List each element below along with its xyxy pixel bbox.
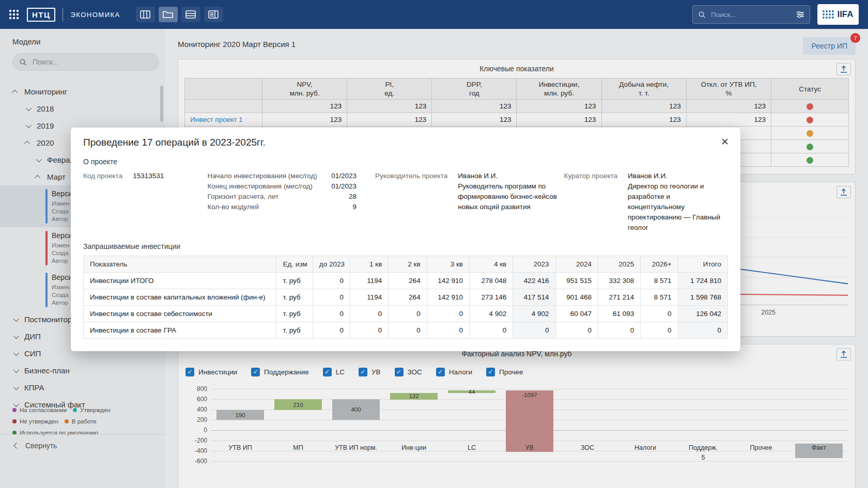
inv-value-cell: 1194 (350, 289, 389, 306)
project-param-row: Конец инвестирования (мес/год)01/2023 (207, 181, 357, 192)
iifa-logo-text: IIFA (837, 9, 853, 20)
inv-value-cell: 4 902 (469, 306, 513, 322)
ntc-logo: НТЦ (27, 8, 55, 22)
inv-value-cell: 264 (389, 289, 427, 306)
project-param-row: Кол-во модулей9 (207, 202, 357, 212)
inv-value-cell: 0 (427, 322, 469, 339)
inv-indicator-name: Инвестиции в составе ГРА (84, 322, 276, 339)
inv-unit-cell: т. руб (276, 322, 313, 339)
inv-value-cell: 8 571 (641, 289, 678, 306)
view-layout-button[interactable] (204, 7, 223, 22)
columns-icon (140, 10, 150, 19)
curator-role: Директор по геологии и разработке и конц… (628, 181, 728, 233)
inv-value-cell: 0 (555, 322, 598, 339)
close-icon[interactable]: ✕ (721, 137, 729, 147)
param-value: 28 (349, 192, 357, 202)
inv-value-cell: 278 048 (469, 273, 513, 289)
inv-value-cell: 0 (513, 322, 555, 339)
inv-value-cell: 951 515 (555, 273, 598, 289)
inv-value-cell: 142 910 (427, 273, 469, 289)
economics-label: ЭКОНОМИКА (70, 11, 120, 19)
inv-row: Инвестиции в составе ГРАт. руб0000000000 (84, 322, 728, 339)
table-rows-icon (185, 10, 196, 19)
navbar-right: IIFA (692, 4, 859, 25)
inv-value-cell: 0 (469, 322, 513, 339)
inv-value-cell: 271 214 (598, 289, 640, 306)
inv-indicator-name: Инвестиции ИТОГО (84, 273, 276, 289)
inv-value-cell: 4 902 (513, 306, 555, 322)
project-code-value: 15313531 (133, 171, 164, 181)
param-value: 9 (353, 202, 357, 212)
inv-value-cell: 142 910 (427, 289, 469, 306)
inv-value-cell: 273 146 (469, 289, 513, 306)
inv-column-header: 3 кв (427, 256, 469, 273)
top-navbar: НТЦ ЭКОНОМИКА IIFA (0, 0, 868, 29)
inv-column-header: 4 кв (469, 256, 513, 273)
inv-column-header: 1 кв (350, 256, 389, 273)
param-label: Конец инвестирования (мес/год) (207, 181, 312, 192)
inv-value-cell: 422 416 (513, 273, 555, 289)
global-search (692, 5, 810, 24)
inv-indicator-name: Инвестиции в составе себестоимости (84, 306, 276, 322)
brand-divider (63, 8, 63, 21)
project-curator: Куратор проекта Иванов И.И. Директор по … (564, 171, 728, 233)
inv-value-cell: 0 (427, 306, 469, 322)
param-value: 01/2023 (331, 171, 357, 181)
inv-row: Инвестиции в составе капитальных вложени… (84, 289, 728, 306)
project-params: Начало инвестирования (мес/год)01/2023Ко… (207, 171, 357, 233)
inv-value-cell: 0 (350, 322, 389, 339)
filter-sliders-icon[interactable] (796, 10, 804, 19)
inv-value-cell: 60 047 (555, 306, 598, 322)
about-grid: Код проекта 15313531 Начало инвестирован… (83, 171, 728, 233)
inv-value-cell: 901 468 (555, 289, 598, 306)
inv-value-cell: 417 514 (513, 289, 555, 306)
view-table-button[interactable] (181, 7, 200, 22)
inv-value-cell: 1194 (350, 273, 389, 289)
manager-role: Руководитель программ по формированию би… (458, 181, 564, 212)
project-code: Код проекта 15313531 (83, 171, 207, 233)
inv-column-header: 2 кв (389, 256, 427, 273)
inv-value-cell: 126 042 (678, 306, 727, 322)
investments-section-title: Запрашиваемые инвестиции (83, 242, 728, 250)
inv-unit-cell: т. руб (276, 273, 313, 289)
folder-icon (163, 10, 173, 19)
inv-value-cell: 0 (313, 273, 350, 289)
inv-value-cell: 1 598 768 (678, 289, 727, 306)
project-param-row: Горизонт расчета, лет28 (207, 192, 357, 202)
app-root: НТЦ ЭКОНОМИКА IIFA (0, 0, 868, 488)
modal-title: Проведение 17 операций в 2023-2025гг. (83, 137, 728, 148)
inv-value-cell: 0 (313, 289, 350, 306)
project-manager: Руководитель проекта Иванов И.И. Руковод… (375, 171, 564, 233)
sidebar-layout-icon (208, 10, 219, 19)
inv-value-cell: 264 (389, 273, 427, 289)
inv-value-cell: 1 724 810 (678, 273, 727, 289)
inv-value-cell: 0 (641, 306, 678, 322)
view-folder-button[interactable] (159, 7, 178, 22)
inv-indicator-name: Инвестиции в составе капитальных вложени… (84, 289, 276, 306)
inv-column-header: 2024 (555, 256, 598, 273)
inv-value-cell: 0 (678, 322, 727, 339)
apps-grid-icon[interactable] (9, 10, 19, 19)
inv-value-cell: 0 (641, 322, 678, 339)
inv-value-cell: 332 308 (598, 273, 640, 289)
inv-value-cell: 61 093 (598, 306, 640, 322)
inv-unit-cell: т. руб (276, 306, 313, 322)
investments-table: ПоказательЕд. измдо 20231 кв2 кв3 кв4 кв… (83, 256, 728, 339)
inv-unit-cell: т. руб (276, 289, 313, 306)
project-modal: Проведение 17 операций в 2023-2025гг. ✕ … (71, 128, 740, 351)
inv-value-cell: 0 (389, 322, 427, 339)
search-icon (698, 11, 706, 19)
global-search-input[interactable] (710, 10, 792, 19)
inv-column-header: до 2023 (313, 256, 350, 273)
param-label: Кол-во модулей (207, 202, 258, 212)
inv-row: Инвестиции ИТОГОт. руб01194264142 910278… (84, 273, 728, 289)
param-value: 01/2023 (331, 181, 357, 192)
view-columns-button[interactable] (136, 7, 155, 22)
inv-column-header: Ед. изм (276, 256, 313, 273)
iifa-logo: IIFA (817, 4, 859, 25)
manager-label: Руководитель проекта (375, 171, 447, 233)
inv-value-cell: 0 (313, 322, 350, 339)
inv-value-cell: 8 571 (641, 273, 678, 289)
inv-column-header: Показатель (84, 256, 276, 273)
about-section-title: О проекте (83, 158, 728, 166)
